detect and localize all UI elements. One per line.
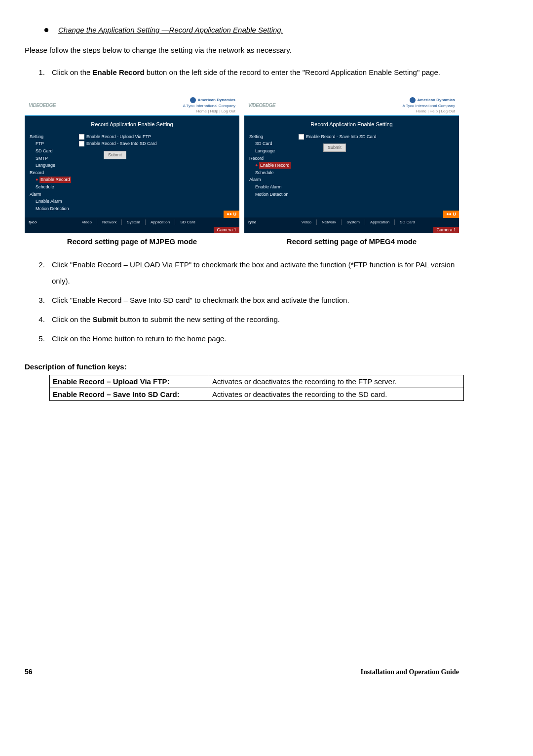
table-row: Enable Record – Upload Via FTP: Activate… bbox=[50, 375, 464, 388]
submit-button[interactable]: Submit bbox=[104, 151, 126, 159]
checkbox-icon[interactable] bbox=[299, 134, 304, 140]
panel-title: Record Application Enable Setting bbox=[25, 116, 239, 132]
footer-brand: tyco bbox=[29, 219, 37, 225]
step-5: Click on the Home button to return to th… bbox=[47, 330, 459, 347]
sidebar-mpeg4: Setting SD Card Language Record ● Enable… bbox=[249, 133, 299, 198]
globe-icon bbox=[190, 97, 196, 103]
checkbox-save-sd[interactable]: Enable Record - Save Into SD Card bbox=[79, 141, 234, 147]
sidebar-item-alarm[interactable]: Alarm bbox=[30, 191, 79, 198]
screenshot-row: VIDEOEDGE American Dynamics A Tyco Inter… bbox=[25, 95, 459, 233]
footer-brand: tyco bbox=[248, 219, 256, 225]
sidebar-item-sdcard[interactable]: SD Card bbox=[36, 148, 79, 154]
caption-mpeg4: Record setting page of MPEG4 mode bbox=[244, 236, 459, 247]
sidebar-item-language[interactable]: Language bbox=[36, 162, 79, 169]
camera-tag: Camera 1 bbox=[433, 227, 459, 233]
page-footer: 56 Installation and Operation Guide bbox=[25, 667, 459, 677]
screenshot-mpeg4: VIDEOEDGE American Dynamics A Tyco Inter… bbox=[244, 95, 459, 233]
sidebar-item-language[interactable]: Language bbox=[255, 148, 299, 154]
caption-mjpeg: Record setting page of MJPEG mode bbox=[25, 236, 239, 247]
sidebar-item-enable-alarm[interactable]: Enable Alarm bbox=[255, 184, 299, 190]
intro-text: Please follow the steps below to change … bbox=[25, 45, 459, 55]
panel-title: Record Application Enable Setting bbox=[244, 116, 459, 132]
function-keys-table: Enable Record – Upload Via FTP: Activate… bbox=[49, 375, 464, 401]
brand-logo: VIDEOEDGE bbox=[29, 102, 56, 109]
step-1: Click on the Enable Record button on the… bbox=[47, 64, 459, 80]
top-links[interactable]: Home | Help | Log Out bbox=[416, 108, 455, 114]
sidebar-item-alarm[interactable]: Alarm bbox=[249, 177, 299, 183]
section-heading: Change the Application Setting —Record A… bbox=[44, 25, 459, 35]
sidebar-item-enable-alarm[interactable]: Enable Alarm bbox=[36, 198, 79, 205]
fk-key: Enable Record – Save Into SD Card: bbox=[50, 388, 209, 401]
section-heading-text: Change the Application Setting —Record A… bbox=[58, 25, 283, 35]
desc-heading: Description of function keys: bbox=[25, 361, 459, 372]
step-4: Click on the Submit button to submit the… bbox=[47, 311, 459, 327]
sidebar-item-motion[interactable]: Motion Detection bbox=[36, 206, 79, 212]
submit-button[interactable]: Submit bbox=[323, 144, 346, 152]
sidebar-item-smtp[interactable]: SMTP bbox=[36, 155, 79, 162]
step-3: Click "Enable Record – Save Into SD card… bbox=[47, 292, 459, 308]
page-number: 56 bbox=[25, 667, 33, 677]
sidebar-item-schedule[interactable]: Schedule bbox=[36, 184, 79, 190]
guide-label: Installation and Operation Guide bbox=[360, 667, 459, 677]
sidebar-item-motion[interactable]: Motion Detection bbox=[255, 191, 299, 198]
camera-tag: Camera 1 bbox=[214, 227, 239, 233]
bullet-icon bbox=[44, 28, 48, 32]
sidebar-item-setting[interactable]: Setting bbox=[249, 134, 299, 140]
footer-nav[interactable]: Video Network System Application SD Card bbox=[261, 219, 455, 225]
globe-icon bbox=[410, 97, 416, 103]
fk-val: Activates or deactivates the recording t… bbox=[209, 375, 464, 388]
sidebar-item-enable-record[interactable]: ● Enable Record bbox=[255, 162, 299, 169]
checkbox-upload-ftp[interactable]: Enable Record - Upload Via FTP bbox=[79, 134, 234, 140]
sidebar-item-ftp[interactable]: FTP bbox=[36, 141, 79, 147]
sidebar-item-record[interactable]: Record bbox=[249, 155, 299, 162]
sidebar-item-enable-record[interactable]: ● Enable Record bbox=[36, 177, 79, 183]
step-2: Click "Enable Record – UPLOAD Via FTP" t… bbox=[47, 256, 459, 289]
checkbox-icon[interactable] bbox=[79, 134, 84, 140]
checkbox-icon[interactable] bbox=[79, 141, 84, 146]
sidebar-item-sdcard[interactable]: SD Card bbox=[255, 141, 299, 147]
checkbox-save-sd[interactable]: Enable Record - Save Into SD Card bbox=[299, 134, 454, 140]
screenshot-mjpeg: VIDEOEDGE American Dynamics A Tyco Inter… bbox=[25, 95, 239, 233]
footer-nav[interactable]: Video Network System Application SD Card bbox=[41, 219, 235, 225]
fk-key: Enable Record – Upload Via FTP: bbox=[50, 375, 209, 388]
fk-val: Activates or deactivates the recording t… bbox=[209, 388, 464, 401]
brand-logo: VIDEOEDGE bbox=[248, 102, 275, 109]
sidebar-mjpeg: Setting FTP SD Card SMTP Language Record… bbox=[30, 133, 79, 213]
table-row: Enable Record – Save Into SD Card: Activ… bbox=[50, 388, 464, 401]
top-links[interactable]: Home | Help | Log Out bbox=[196, 108, 235, 114]
corner-badge: ●● U bbox=[443, 211, 459, 218]
sidebar-item-setting[interactable]: Setting bbox=[30, 134, 79, 140]
sidebar-item-record[interactable]: Record bbox=[30, 170, 79, 176]
corner-badge: ●● U bbox=[224, 211, 239, 218]
sidebar-item-schedule[interactable]: Schedule bbox=[255, 170, 299, 176]
